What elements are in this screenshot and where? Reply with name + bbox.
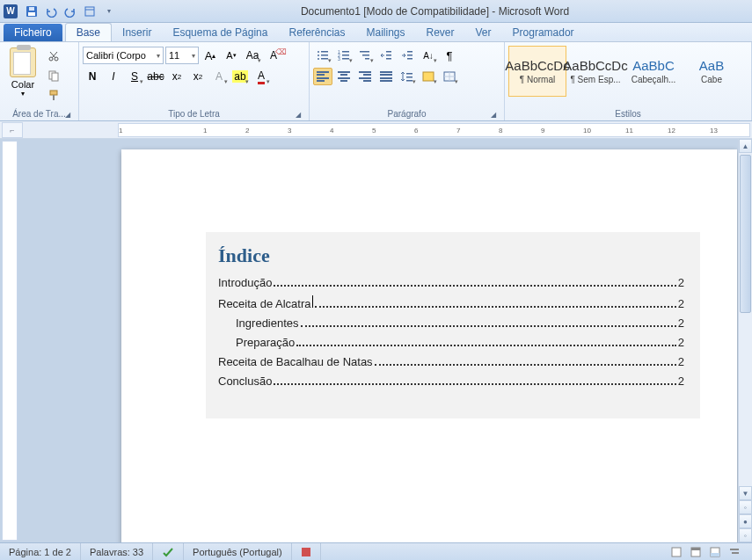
- status-words[interactable]: Palavras: 33: [81, 543, 153, 560]
- dialog-launcher-icon[interactable]: ◢: [62, 109, 73, 120]
- tab-esquema-de-página[interactable]: Esquema de Página: [162, 24, 278, 41]
- paste-button[interactable]: Colar ▾: [4, 44, 42, 98]
- styles-gallery[interactable]: AaBbCcDc¶ NormalAaBbCcDc¶ Sem Esp...AaBb…: [508, 44, 741, 97]
- tab-referências[interactable]: Referências: [278, 24, 355, 41]
- justify-button[interactable]: [376, 68, 396, 85]
- bold-button[interactable]: N: [83, 68, 102, 85]
- style-item[interactable]: AaBbCCabeçalh...: [624, 46, 683, 97]
- font-family-combo[interactable]: Calibri (Corpo▾: [83, 47, 164, 64]
- increase-indent-button[interactable]: [398, 47, 417, 64]
- dialog-launcher-icon[interactable]: ◢: [293, 109, 303, 120]
- tab-mailings[interactable]: Mailings: [356, 24, 416, 41]
- toc-entry[interactable]: Conclusão2: [218, 375, 684, 388]
- scroll-up-button[interactable]: ▲: [739, 139, 752, 153]
- numbering-button[interactable]: 123: [334, 47, 354, 64]
- align-left-button[interactable]: [313, 68, 332, 85]
- show-marks-button[interactable]: ¶: [440, 47, 459, 64]
- underline-button[interactable]: S: [125, 68, 144, 85]
- grow-font-button[interactable]: A▴: [201, 47, 220, 64]
- decrease-indent-button[interactable]: [376, 47, 396, 64]
- toc-entry[interactable]: Preparação2: [218, 336, 684, 349]
- copy-button[interactable]: [45, 67, 62, 84]
- italic-button[interactable]: I: [104, 68, 123, 85]
- dialog-launcher-icon[interactable]: ◢: [488, 109, 499, 120]
- toc-entry[interactable]: Receita de Alcatra2: [218, 295, 684, 310]
- tab-programador[interactable]: Programador: [502, 24, 585, 41]
- scroll-thumb[interactable]: [740, 155, 751, 313]
- chevron-down-icon[interactable]: ▾: [189, 52, 195, 60]
- change-case-button[interactable]: Aa: [243, 47, 262, 64]
- vertical-scrollbar[interactable]: ▲ ▼ ◦ ● ◦: [738, 139, 752, 542]
- multilevel-list-button[interactable]: [355, 47, 375, 64]
- view-outline[interactable]: [726, 543, 743, 561]
- svg-rect-17: [342, 51, 349, 53]
- cut-button[interactable]: [45, 47, 62, 65]
- svg-rect-19: [342, 55, 349, 56]
- toc-entry[interactable]: Introdução2: [218, 276, 684, 289]
- undo-button[interactable]: [42, 3, 60, 20]
- status-page[interactable]: Página: 1 de 2: [0, 543, 81, 560]
- clipboard-icon: [10, 47, 36, 77]
- toc-entry[interactable]: Ingredientes2: [218, 316, 684, 330]
- toc-entry-label: Preparação: [236, 336, 295, 349]
- scroll-down-button[interactable]: ▼: [739, 486, 752, 500]
- svg-rect-27: [386, 58, 391, 60]
- qat-custom-button[interactable]: [81, 3, 99, 20]
- align-right-button[interactable]: [355, 68, 375, 85]
- toc-field[interactable]: Índice Introdução2Receita de Alcatra2Ing…: [206, 232, 700, 418]
- svg-point-12: [318, 55, 319, 56]
- superscript-button[interactable]: x2: [188, 68, 208, 85]
- tab-inserir[interactable]: Inserir: [112, 24, 162, 41]
- toc-entry-label: Receita de Bacalhau de Natas: [218, 355, 373, 368]
- group-styles: AaBbCcDc¶ NormalAaBbCcDc¶ Sem Esp...AaBb…: [505, 42, 752, 120]
- highlight-button[interactable]: ab: [230, 68, 250, 85]
- svg-rect-32: [406, 76, 413, 78]
- status-language[interactable]: Português (Portugal): [184, 543, 292, 560]
- view-web-layout[interactable]: [706, 543, 724, 561]
- tab-ficheiro[interactable]: Ficheiro: [4, 24, 62, 41]
- format-painter-button[interactable]: [45, 86, 62, 104]
- font-size-combo[interactable]: 11▾: [165, 47, 199, 64]
- redo-button[interactable]: [62, 3, 79, 20]
- tab-selector[interactable]: ⌐: [2, 122, 23, 138]
- horizontal-ruler[interactable]: 11234567891011121314: [118, 123, 750, 137]
- qat-dropdown[interactable]: ▾: [100, 3, 118, 20]
- align-center-button[interactable]: [334, 68, 354, 85]
- svg-rect-41: [711, 553, 719, 556]
- document-page[interactable]: Índice Introdução2Receita de Alcatra2Ing…: [121, 149, 737, 542]
- text-effects-button[interactable]: A: [209, 68, 229, 85]
- tab-rever[interactable]: Rever: [416, 24, 465, 41]
- page-viewport[interactable]: Índice Introdução2Receita de Alcatra2Ing…: [18, 139, 738, 542]
- prev-page-button[interactable]: ◦: [739, 500, 752, 514]
- style-item[interactable]: AaBbCcDc¶ Sem Esp...: [566, 46, 624, 97]
- next-page-button[interactable]: ◦: [739, 528, 752, 542]
- tab-ver[interactable]: Ver: [465, 24, 502, 41]
- tab-base[interactable]: Base: [65, 23, 112, 41]
- toc-entry[interactable]: Receita de Bacalhau de Natas2: [218, 355, 684, 368]
- vertical-ruler[interactable]: [2, 141, 18, 541]
- chevron-down-icon[interactable]: ▾: [154, 52, 160, 60]
- sort-button[interactable]: A↓: [419, 47, 438, 64]
- borders-button[interactable]: [440, 68, 459, 85]
- scroll-track[interactable]: [739, 153, 752, 486]
- style-item[interactable]: AaBCabe: [683, 46, 741, 97]
- strikethrough-button[interactable]: abc: [146, 68, 165, 85]
- subscript-button[interactable]: x2: [167, 68, 186, 85]
- text-cursor: [312, 295, 313, 308]
- shading-button[interactable]: [419, 68, 438, 85]
- browse-object-button[interactable]: ●: [739, 514, 752, 528]
- bullets-button[interactable]: [313, 47, 332, 64]
- line-spacing-button[interactable]: [398, 68, 417, 85]
- view-full-screen[interactable]: [687, 543, 705, 561]
- status-proofing[interactable]: [153, 543, 184, 560]
- style-item[interactable]: AaBbCcDc¶ Normal: [508, 46, 566, 97]
- view-print-layout[interactable]: [668, 543, 685, 561]
- toc-entry-page: 2: [678, 276, 684, 289]
- group-label-clipboard: Área de Tra...◢: [4, 106, 75, 120]
- clear-formatting-button[interactable]: A⌫: [264, 47, 283, 64]
- shrink-font-button[interactable]: A▾: [222, 47, 241, 64]
- save-button[interactable]: [23, 3, 40, 20]
- status-macro[interactable]: [292, 543, 321, 560]
- svg-rect-25: [386, 51, 391, 53]
- font-color-button[interactable]: A: [252, 68, 271, 85]
